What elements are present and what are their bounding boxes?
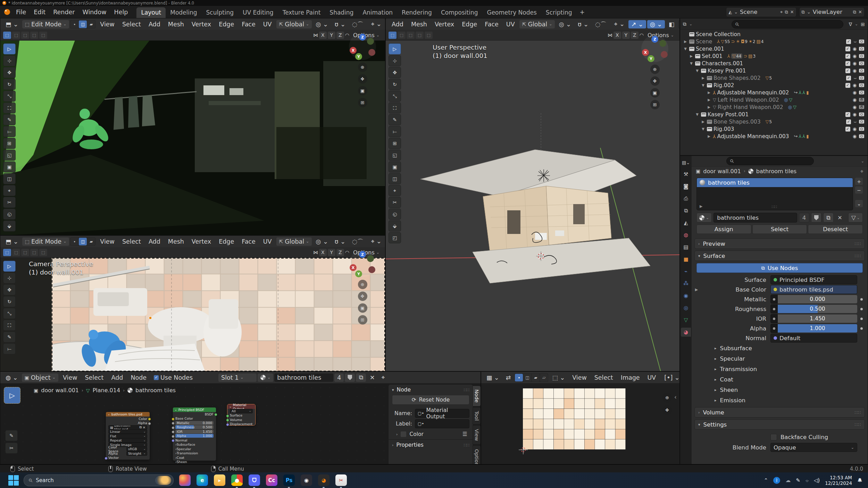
pan-hand-icon[interactable]: ✥: [358, 292, 367, 301]
cam-tool-4[interactable]: ⤡: [3, 308, 16, 319]
select-invert[interactable]: ⬚: [416, 32, 424, 39]
material-users-button[interactable]: 4: [334, 373, 344, 382]
checkbox-icon[interactable]: ✓: [845, 127, 850, 132]
viewlayer-selector[interactable]: ⧉⌄ ViewLayer ⧉ ✕: [799, 7, 865, 17]
menu-select[interactable]: Select: [119, 20, 144, 28]
bsdf-section-subsurface[interactable]: › Subsurface: [173, 443, 216, 447]
node-panel-title[interactable]: Node: [397, 387, 411, 393]
menu-help[interactable]: Help: [110, 8, 132, 17]
edit-tool-14[interactable]: ◵: [3, 209, 16, 220]
cam-tool-3[interactable]: ↻: [3, 296, 16, 307]
socket-vector-in[interactable]: [105, 457, 108, 460]
extension-dropdown[interactable]: Repeat⌄: [108, 438, 147, 443]
properties-search[interactable]: ⚲: [726, 157, 814, 165]
camera-toggle-icon[interactable]: [859, 112, 864, 116]
outliner-row[interactable]: ▼Scene.001✓◉: [680, 45, 868, 52]
assign-button[interactable]: Assign: [696, 225, 751, 234]
material-filter-button[interactable]: ▽⌄: [848, 213, 863, 222]
camera-toggle-icon[interactable]: [859, 83, 864, 87]
ior-slider[interactable]: IOR1.450: [175, 430, 214, 434]
select-extend[interactable]: ⬚: [398, 32, 406, 39]
menu-face[interactable]: Face: [481, 20, 502, 28]
gizmo-axis[interactable]: [368, 266, 375, 273]
checkbox-icon[interactable]: ✓: [845, 112, 850, 117]
mirror-z[interactable]: Z: [631, 32, 639, 39]
select-new[interactable]: ⬚: [3, 32, 11, 39]
socket-color-out[interactable]: [148, 418, 151, 421]
breadcrumb-object[interactable]: door wall.001: [703, 168, 741, 175]
checkbox-icon[interactable]: ✓: [846, 39, 851, 44]
fake-user-shield-button[interactable]: [811, 213, 821, 222]
image-datablock[interactable]: ▤bathroom tiles.psd⧉✕: [108, 425, 147, 430]
camera-toggle-icon[interactable]: [859, 47, 864, 51]
camera-toggle-icon[interactable]: [859, 127, 864, 131]
user-tool-3[interactable]: ↻: [389, 79, 401, 90]
outliner-row[interactable]: ▶Bone Shapes.003▽5✓⌣: [680, 118, 868, 125]
outliner-row[interactable]: ▶Bone Shapes.002▽5✓⌣: [680, 74, 868, 82]
select-mode-edge[interactable]: ◫: [79, 238, 87, 245]
scene-selector[interactable]: ◭⌄ Scene ⌖ ⧉ ✕: [726, 7, 796, 17]
pen-icon[interactable]: ✎: [796, 477, 800, 483]
gizmo-axis-x[interactable]: X: [350, 264, 357, 271]
uv-sync-button[interactable]: ⇄: [503, 373, 514, 382]
xray-button[interactable]: ◧: [666, 20, 677, 28]
ortho-grid-icon[interactable]: ⊞: [358, 315, 367, 325]
outliner-row[interactable]: ▼Rig.003✓◉: [680, 125, 868, 133]
checkbox-icon[interactable]: ✓: [845, 68, 850, 73]
checkbox-icon[interactable]: ✓: [846, 119, 851, 124]
user-tool-6[interactable]: ✎: [389, 114, 401, 125]
edit-tool-2[interactable]: ✥: [3, 67, 16, 78]
uv-select-vertex[interactable]: ∙: [515, 374, 523, 381]
gizmo-axis-y[interactable]: Y: [355, 270, 362, 277]
pivot-point-button[interactable]: ◎ ⌄: [313, 237, 331, 246]
checkbox-icon[interactable]: ✓: [846, 76, 851, 81]
editor-type-button[interactable]: ◍ ⌄: [3, 373, 21, 382]
camera-disabled-icon[interactable]: [859, 98, 864, 102]
checkbox-icon[interactable]: ✓: [845, 83, 850, 88]
copilot-icon[interactable]: [179, 474, 191, 486]
viewport-3d-camera[interactable]: Camera Perspective (1) door wall.001 ⬒ ⌄…: [0, 235, 385, 371]
viewport-3d-edit-top[interactable]: ⬒ ⌄⬚Edit Mode⌄∙◫▰ViewSelectAddMeshVertex…: [0, 18, 385, 235]
tray-chevron-icon[interactable]: ⌃: [764, 477, 768, 483]
taskbar-clock[interactable]: 12:53 AM 12/21/2024: [825, 475, 852, 486]
3d-scene-green-room[interactable]: [0, 40, 385, 235]
editor-type-button[interactable]: ▦ ⌄: [484, 373, 502, 382]
eye-open-icon[interactable]: ◉: [853, 104, 857, 110]
eye-open-icon[interactable]: ◉: [853, 53, 857, 59]
tab-physics[interactable]: ◉: [681, 291, 691, 300]
edit-tool-12[interactable]: ⌖: [3, 185, 16, 196]
eye-open-icon[interactable]: ◉: [853, 61, 857, 66]
properties-editor[interactable]: ⚒◙⎙⧉◭◍▤■⌁⁂◉◎▽◕ ▤⌄ ⚲ ⌄ ▣ door wall.001 › …: [680, 155, 868, 464]
expand-caret[interactable]: ▶: [701, 120, 706, 124]
gizmo-ball[interactable]: ZXY: [349, 250, 376, 277]
expand-caret[interactable]: ▼: [701, 83, 706, 87]
select-subtract[interactable]: ⬚: [21, 249, 29, 256]
menu-edge[interactable]: Edge: [215, 20, 237, 28]
blender-icon[interactable]: ◕: [318, 474, 329, 486]
editor-type-button[interactable]: ⬒ ⌄: [3, 237, 21, 246]
sidebar-collapse-arrow[interactable]: ‹: [674, 394, 677, 401]
tab-render[interactable]: ◙: [681, 182, 691, 191]
3d-scene-house-model[interactable]: [386, 40, 680, 371]
shader-type-dropdown[interactable]: ▣Object⌄: [22, 373, 58, 382]
socket-volume-in[interactable]: [226, 419, 229, 422]
snap-magnet-button[interactable]: ʊ ⌄: [332, 237, 348, 246]
select-extend[interactable]: ⬚: [12, 249, 20, 256]
users-count-button[interactable]: 4: [799, 213, 809, 222]
checkbox-icon[interactable]: ✓: [845, 47, 850, 51]
mirror-y[interactable]: Y: [622, 32, 630, 39]
tab-scene[interactable]: ◭: [681, 218, 691, 227]
socket-alpha-out[interactable]: [148, 422, 151, 425]
surface-section-emission[interactable]: ▸Emission: [692, 395, 868, 405]
menu-add[interactable]: Add: [145, 237, 164, 246]
duplicate-scene-icon[interactable]: ⧉: [785, 9, 788, 15]
select-intersect[interactable]: ⬚: [425, 32, 433, 39]
proportional-edit-button[interactable]: ◌⌒: [349, 237, 366, 246]
tab-output[interactable]: ⎙: [681, 194, 691, 203]
explorer-icon[interactable]: ▸: [214, 474, 225, 486]
base-color-field[interactable]: bathroom tiles.psd: [770, 285, 857, 294]
new-collection-icon[interactable]: ⊞: [861, 22, 865, 27]
blender-menu-icon[interactable]: [4, 9, 10, 15]
node-name-field[interactable]: ▢•Material Output: [415, 409, 469, 418]
alpha-mode-dropdown[interactable]: Straight⌄: [126, 451, 147, 456]
